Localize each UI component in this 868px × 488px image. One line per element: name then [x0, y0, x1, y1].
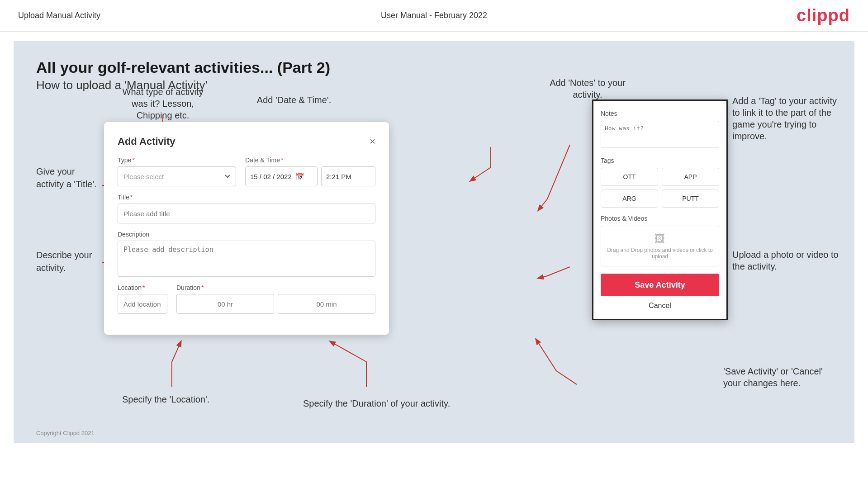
annotation-datetime: Add 'Date & Time'.: [249, 95, 339, 105]
photo-icon: 🖼: [655, 232, 665, 245]
time-input[interactable]: 2:21 PM: [321, 166, 375, 186]
tags-label: Tags: [601, 157, 719, 164]
annotation-give-title: Give your activity a 'Title'.: [36, 165, 100, 190]
form-row-location-duration: Location* Duration*: [118, 284, 375, 314]
cancel-button[interactable]: Cancel: [601, 302, 719, 310]
tag-putt[interactable]: PUTT: [662, 190, 719, 208]
notes-section-label: Notes: [601, 110, 719, 117]
form-group-type: Type* Please select: [118, 156, 236, 186]
annotation-notes: Add 'Notes' to your activity.: [538, 77, 637, 100]
copyright: Copyright Clippd 2021: [36, 430, 95, 436]
datetime-group: 15 / 02 / 2022 📅 2:21 PM: [245, 166, 375, 186]
title-label: Title*: [118, 194, 375, 201]
form-group-title: Title*: [118, 194, 375, 223]
phone-inner: Notes Tags OTT APP ARG PUTT Photos & Vid…: [593, 101, 726, 319]
page-label: Upload Manual Activity: [18, 11, 100, 20]
notes-textarea[interactable]: [601, 121, 719, 148]
description-label: Description: [118, 231, 375, 238]
annotation-describe: Describe your activity.: [36, 249, 104, 274]
logo: clippd: [797, 6, 850, 25]
duration-hr-input[interactable]: [176, 294, 274, 314]
duration-label: Duration*: [176, 284, 375, 291]
annotation-upload: Upload a photo or video to the activity.: [732, 249, 841, 272]
form-group-duration: Duration*: [176, 284, 375, 314]
duration-min-input[interactable]: [278, 294, 375, 314]
tags-section: Tags OTT APP ARG PUTT: [601, 157, 719, 208]
annotation-tag: Add a 'Tag' to your activity to link it …: [732, 95, 841, 142]
main-content: All your golf-relevant activities... (Pa…: [14, 41, 854, 443]
dialog-title: Add Activity: [118, 136, 175, 147]
add-activity-dialog: Add Activity × Type* Please select Date …: [104, 122, 389, 335]
annotation-save: 'Save Activity' or 'Cancel' your changes…: [723, 365, 841, 389]
annotation-type: What type of activity was it? Lesson, Ch…: [113, 86, 213, 121]
annotation-location: Specify the 'Location'.: [122, 394, 209, 405]
tags-grid: OTT APP ARG PUTT: [601, 168, 719, 208]
location-label: Location*: [118, 284, 167, 291]
page-title: All your golf-relevant activities... (Pa…: [36, 59, 832, 76]
save-activity-button[interactable]: Save Activity: [601, 274, 719, 296]
photos-section: Photos & Videos 🖼 Drag and Drop photos a…: [601, 215, 719, 266]
manual-label: User Manual - February 2022: [381, 11, 487, 20]
photos-label: Photos & Videos: [601, 215, 719, 222]
tag-app[interactable]: APP: [662, 168, 719, 186]
dialog-header: Add Activity ×: [118, 136, 375, 147]
form-group-description: Description: [118, 231, 375, 277]
form-row-type-datetime: Type* Please select Date & Time* 15 / 02…: [118, 156, 375, 186]
type-select[interactable]: Please select: [118, 166, 236, 186]
title-input[interactable]: [118, 204, 375, 223]
form-group-location: Location*: [118, 284, 167, 314]
tag-ott[interactable]: OTT: [601, 168, 658, 186]
phone-panel: Notes Tags OTT APP ARG PUTT Photos & Vid…: [592, 99, 728, 320]
tag-arg[interactable]: ARG: [601, 190, 658, 208]
date-input[interactable]: 15 / 02 / 2022 📅: [245, 166, 318, 186]
duration-inputs: [176, 294, 375, 314]
location-input[interactable]: [118, 294, 167, 314]
top-bar: Upload Manual Activity User Manual - Feb…: [0, 0, 868, 32]
description-textarea[interactable]: [118, 241, 375, 277]
photo-upload-text: Drag and Drop photos and videos or click…: [601, 247, 719, 260]
type-label: Type*: [118, 156, 236, 164]
datetime-label: Date & Time*: [245, 156, 375, 164]
annotation-duration: Specify the 'Duration' of your activity.: [303, 398, 450, 409]
form-group-datetime: Date & Time* 15 / 02 / 2022 📅 2:21 PM: [245, 156, 375, 186]
photo-upload-area[interactable]: 🖼 Drag and Drop photos and videos or cli…: [601, 226, 719, 266]
dialog-close-button[interactable]: ×: [370, 137, 375, 147]
